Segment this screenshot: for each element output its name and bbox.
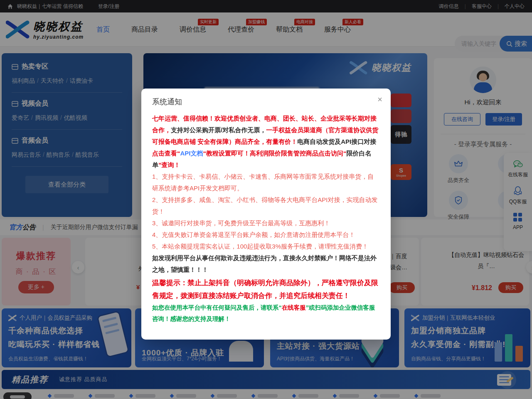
modal-text-span: 温馨提示：禁止上架抖音（明确标明允许商品除外），严格遵守限价及限售规定，拨测到直… — [152, 279, 378, 300]
modal-title: 系统通知 — [152, 97, 380, 107]
modal-text-span: “教程设置即可！高利润限价限售管控商品点击访问“ — [203, 150, 347, 157]
modal-paragraph: 如您在使用本平台中有任何疑问及售后，请联系“在线客服”或扫码添加企业微信客服咨询… — [152, 302, 380, 325]
modal-text-span: 2、支持拼多多、咸鱼、淘宝、小红书、得物等各大电商平台API对接，实现自动发货！ — [152, 196, 378, 215]
modal-paragraph: 如发现利用平台从事任何欺诈及违规违法行为，直接永久封禁账户！网络不是法外之地，望… — [152, 252, 380, 276]
modal-body: 七年运营、值得信赖！欢迎优质创业者、电商、团长、站长、企业批采等长期对接合作，支… — [152, 113, 380, 325]
modal-text-span: 如发现利用平台从事任何欺诈及违规违法行为，直接永久封禁账户！网络不是法外之地，望… — [152, 254, 377, 273]
modal-text-span: 支持对公采购开票/对私合作无票， — [171, 126, 266, 133]
modal-paragraph: 七年运营、值得信赖！欢迎优质创业者、电商、团长、站长、企业批采等长期对接合作，支… — [152, 113, 380, 171]
modal-paragraph: 2、支持拼多多、咸鱼、淘宝、小红书、得物等各大电商平台API对接，实现自动发货！ — [152, 194, 380, 217]
modal-text-span: 4、充值失败订单资金将退至平台账户余额，如介意请勿注册使用本平台！ — [152, 231, 355, 238]
modal-text-span: 如您在使用本平台中有任何疑问及售后，请联系“ — [152, 304, 282, 311]
modal-text-span: 5、本站余额提现需实名认证，100起提收取3%服务手续费，请理性充值消费！ — [152, 243, 368, 250]
modal-text-span: 1、支持卡卡云、卡易信、小储云、卡速售、乐商网等市面常见系统对接串货，自研系统请… — [152, 173, 374, 192]
modal-text-span: 电商自动发货及API接口对接 — [297, 138, 376, 145]
modal-text-span: ”查询！ — [158, 161, 180, 168]
api-doc-link[interactable]: API文档 — [180, 150, 203, 157]
modal-text-span: 点击查看“ — [152, 150, 180, 157]
close-icon[interactable]: × — [377, 95, 382, 103]
modal-paragraph: 4、充值失败订单资金将退至平台账户余额，如介意请勿注册使用本平台！ — [152, 229, 380, 241]
modal-paragraph: 5、本站余额提现需实名认证，100起提收取3%服务手续费，请理性充值消费！ — [152, 241, 380, 252]
system-notice-modal: 系统通知 × 七年运营、值得信赖！欢迎优质创业者、电商、团长、站长、企业批采等长… — [141, 89, 391, 340]
modal-paragraph: 温馨提示：禁止上架抖音（明确标明允许商品除外），严格遵守限价及限售规定，拨测到直… — [152, 276, 380, 302]
modal-paragraph: 3、诚邀同行对接串货，可免费升级至平台最高等级，互惠惠利！ — [152, 217, 380, 229]
modal-text-span: 在线客服 — [282, 304, 306, 311]
modal-paragraph: 1、支持卡卡云、卡易信、小储云、卡速售、乐商网等市面常见系统对接串货，自研系统请… — [152, 171, 380, 194]
modal-text-span: 3、诚邀同行对接串货，可免费升级至平台最高等级，互惠惠利！ — [152, 219, 330, 227]
